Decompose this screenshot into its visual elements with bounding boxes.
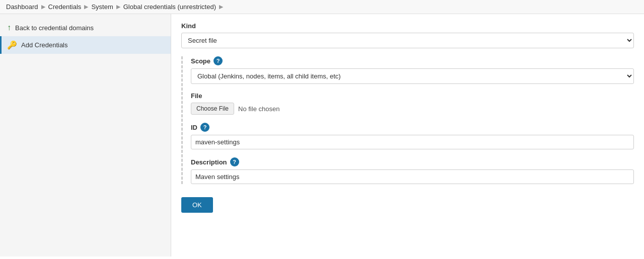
scope-label: Scope: [191, 57, 210, 65]
back-arrow-icon: ↑: [7, 23, 11, 32]
no-file-text: No file chosen: [238, 105, 279, 113]
choose-file-button[interactable]: Choose File: [191, 103, 234, 115]
breadcrumb-sep-1: ▶: [41, 4, 45, 10]
breadcrumb-sep-2: ▶: [84, 4, 88, 10]
id-input[interactable]: [191, 135, 634, 149]
kind-select[interactable]: Secret file Username with password SSH U…: [181, 33, 634, 48]
sidebar-back-label: Back to credential domains: [15, 24, 94, 32]
sidebar: ↑ Back to credential domains 🔑 Add Crede…: [0, 14, 171, 256]
scope-select[interactable]: Global (Jenkins, nodes, items, all child…: [191, 68, 634, 84]
breadcrumb-dashboard[interactable]: Dashboard: [6, 3, 38, 11]
id-help-icon[interactable]: ?: [200, 123, 209, 132]
breadcrumb-sep-3: ▶: [116, 4, 120, 10]
content-area: Kind Secret file Username with password …: [171, 14, 644, 256]
file-input-row: Choose File No file chosen: [191, 103, 634, 115]
form-section: Scope ? Global (Jenkins, nodes, items, a…: [181, 56, 634, 184]
id-group: ID ?: [191, 123, 634, 149]
file-label-row: File: [191, 92, 634, 100]
sidebar-item-back[interactable]: ↑ Back to credential domains: [0, 19, 171, 36]
id-label-row: ID ?: [191, 123, 634, 132]
breadcrumb-global-credentials[interactable]: Global credentials (unrestricted): [123, 3, 216, 11]
key-icon: 🔑: [7, 40, 17, 50]
scope-label-row: Scope ?: [191, 56, 634, 65]
breadcrumb-system[interactable]: System: [91, 3, 113, 11]
id-label: ID: [191, 124, 197, 131]
breadcrumb-credentials[interactable]: Credentials: [48, 3, 82, 11]
description-group: Description ?: [191, 157, 634, 184]
sidebar-item-add-credentials[interactable]: 🔑 Add Credentials: [0, 36, 171, 54]
description-input[interactable]: [191, 169, 634, 184]
kind-group: Kind Secret file Username with password …: [181, 22, 634, 48]
file-label: File: [191, 92, 202, 100]
main-layout: ↑ Back to credential domains 🔑 Add Crede…: [0, 14, 644, 256]
breadcrumb: Dashboard ▶ Credentials ▶ System ▶ Globa…: [0, 0, 644, 14]
file-group: File Choose File No file chosen: [191, 92, 634, 115]
kind-label: Kind: [181, 22, 634, 30]
description-label-row: Description ?: [191, 157, 634, 166]
description-help-icon[interactable]: ?: [230, 157, 239, 166]
sidebar-add-label: Add Credentials: [21, 41, 68, 49]
description-label: Description: [191, 158, 227, 166]
ok-button[interactable]: OK: [181, 197, 213, 213]
scope-help-icon[interactable]: ?: [213, 56, 223, 65]
scope-group: Scope ? Global (Jenkins, nodes, items, a…: [191, 56, 634, 84]
breadcrumb-sep-4: ▶: [219, 4, 223, 10]
